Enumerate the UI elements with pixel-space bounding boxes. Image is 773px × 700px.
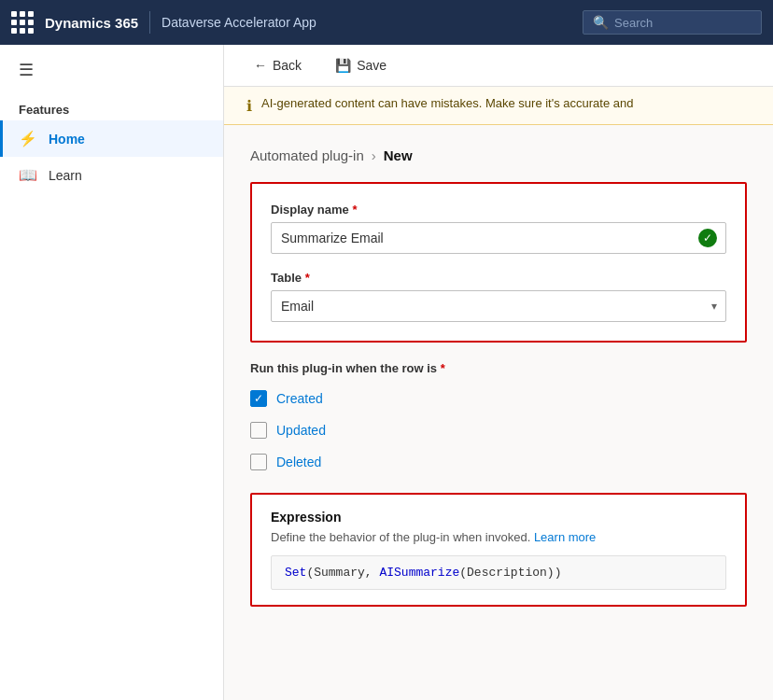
app-subtitle: Dataverse Accelerator App xyxy=(162,15,316,30)
form-card: Display name * ✓ Table * Email xyxy=(250,182,747,343)
info-icon: ℹ xyxy=(246,97,252,115)
code-fn-name: AISummarize xyxy=(379,566,459,580)
learn-more-link[interactable]: Learn more xyxy=(534,530,596,544)
run-required-star: * xyxy=(441,361,445,375)
required-star: * xyxy=(352,203,357,217)
checkbox-created[interactable]: Created xyxy=(250,386,747,411)
checkbox-updated[interactable]: Updated xyxy=(250,418,747,442)
save-button[interactable]: 💾 Save xyxy=(328,54,394,77)
topbar-divider xyxy=(149,11,150,34)
checkbox-deleted-box[interactable] xyxy=(250,454,267,470)
table-select[interactable]: Email xyxy=(271,290,726,322)
save-icon: 💾 xyxy=(335,58,351,73)
expression-title: Expression xyxy=(271,510,726,525)
checkbox-section: Run this plug-in when the row is * Creat… xyxy=(250,361,747,474)
apps-grid-icon[interactable] xyxy=(11,11,34,34)
warning-text: AI-generated content can have mistakes. … xyxy=(261,96,633,110)
expression-code[interactable]: Set(Summary, AISummarize(Description)) xyxy=(271,555,726,590)
breadcrumb-parent: Automated plug-in xyxy=(250,147,364,163)
search-icon: 🔍 xyxy=(593,15,609,30)
checkbox-updated-label: Updated xyxy=(276,423,326,438)
home-icon: ⚡ xyxy=(19,130,37,147)
valid-checkmark-icon: ✓ xyxy=(698,229,717,247)
sidebar-item-home-label: Home xyxy=(49,132,85,147)
checkbox-deleted-label: Deleted xyxy=(276,455,321,469)
table-required-star: * xyxy=(305,271,310,285)
back-label: Back xyxy=(273,58,302,73)
checkbox-updated-box[interactable] xyxy=(250,422,267,439)
back-icon: ← xyxy=(254,58,267,73)
back-button[interactable]: ← Back xyxy=(246,54,309,77)
table-select-wrap: Email ▾ xyxy=(271,290,726,322)
checkbox-created-box[interactable] xyxy=(250,390,267,407)
checkbox-created-label: Created xyxy=(276,391,323,406)
expression-desc: Define the behavior of the plug-in when … xyxy=(271,530,726,544)
sidebar-item-learn[interactable]: 📖 Learn xyxy=(0,157,223,193)
sidebar: ☰ Features ⚡ Home 📖 Learn xyxy=(0,45,224,700)
main-content: ← Back 💾 Save ℹ AI-generated content can… xyxy=(224,45,773,700)
expression-card: Expression Define the behavior of the pl… xyxy=(250,493,747,607)
breadcrumb-separator: › xyxy=(372,147,376,163)
search-box[interactable]: 🔍 xyxy=(583,10,762,35)
sidebar-item-learn-label: Learn xyxy=(49,168,82,183)
display-name-input-wrap: ✓ xyxy=(271,222,726,254)
main-layout: ☰ Features ⚡ Home 📖 Learn ← Back 💾 Save … xyxy=(0,45,773,700)
display-name-field: Display name * ✓ xyxy=(271,203,726,254)
warning-banner: ℹ AI-generated content can have mistakes… xyxy=(224,87,773,125)
display-name-label: Display name * xyxy=(271,203,726,217)
app-title: Dynamics 365 xyxy=(45,15,138,31)
code-set-keyword: Set xyxy=(285,566,306,580)
table-field: Table * Email ▾ xyxy=(271,271,726,322)
sidebar-section-label: Features xyxy=(0,95,223,120)
search-input[interactable] xyxy=(614,16,745,30)
run-trigger-label: Run this plug-in when the row is * xyxy=(250,361,747,375)
breadcrumb: Automated plug-in › New xyxy=(250,147,747,163)
checkbox-deleted[interactable]: Deleted xyxy=(250,450,747,474)
sidebar-item-home[interactable]: ⚡ Home xyxy=(0,120,223,157)
learn-icon: 📖 xyxy=(19,166,37,184)
page-content: Automated plug-in › New Display name * ✓ xyxy=(224,125,773,629)
save-label: Save xyxy=(357,58,386,73)
table-label: Table * xyxy=(271,271,726,285)
breadcrumb-current: New xyxy=(384,147,413,163)
display-name-input[interactable] xyxy=(271,222,726,254)
topbar: Dynamics 365 Dataverse Accelerator App 🔍 xyxy=(0,0,773,45)
menu-toggle[interactable]: ☰ xyxy=(0,45,223,95)
toolbar: ← Back 💾 Save xyxy=(224,45,773,87)
